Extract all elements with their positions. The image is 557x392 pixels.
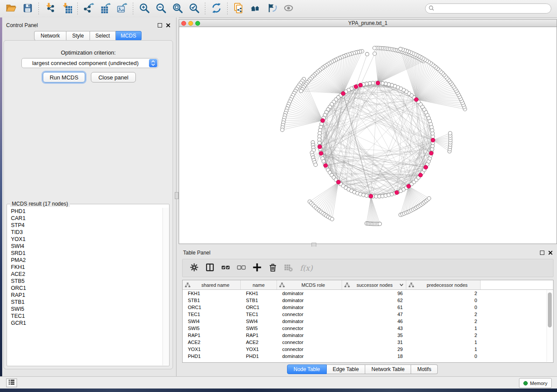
cell-shared-name[interactable]: SWI5 bbox=[183, 326, 241, 331]
network-leaf-node[interactable] bbox=[427, 196, 431, 200]
table-scrollbar[interactable] bbox=[547, 290, 553, 362]
tab-network-table[interactable]: Network Table bbox=[365, 364, 411, 374]
cell-shared-name[interactable]: YOX1 bbox=[183, 347, 241, 352]
cell-shared-name[interactable]: ACE2 bbox=[183, 340, 241, 345]
tab-node-table[interactable]: Node Table bbox=[287, 364, 327, 374]
mcds-list-scrollbar[interactable] bbox=[163, 208, 169, 365]
zoom-in-button[interactable] bbox=[137, 2, 152, 16]
mcds-result-item[interactable]: STB1 bbox=[7, 299, 163, 306]
cell-shared-name[interactable]: FKH1 bbox=[183, 291, 241, 296]
settings-button[interactable] bbox=[186, 261, 202, 275]
tab-select[interactable]: Select bbox=[90, 31, 116, 41]
network-leaf-node[interactable] bbox=[330, 217, 334, 221]
cell-predecessor-nodes[interactable]: 1 bbox=[406, 340, 481, 345]
float-table-panel-icon[interactable] bbox=[540, 251, 544, 255]
cell-name[interactable]: FKH1 bbox=[241, 291, 277, 296]
cell-predecessor-nodes[interactable]: 2 bbox=[406, 333, 481, 338]
cell-name[interactable]: ORC1 bbox=[241, 305, 277, 310]
mcds-result-item[interactable]: TID3 bbox=[7, 229, 163, 236]
cell-name[interactable]: PHD1 bbox=[241, 354, 277, 359]
network-leaf-node[interactable] bbox=[398, 47, 402, 51]
mcds-result-item[interactable]: SRD1 bbox=[7, 250, 163, 257]
mcds-result-item[interactable]: YOX1 bbox=[7, 236, 163, 243]
network-leaf-node[interactable] bbox=[373, 52, 376, 55]
network-leaf-node[interactable] bbox=[448, 131, 452, 135]
table-row-SWI5[interactable]: SWI5SWI5connector431 bbox=[183, 325, 553, 332]
column-header-mcds-role[interactable]: MCDS role bbox=[277, 280, 342, 289]
network-hub-node[interactable] bbox=[431, 138, 435, 142]
network-hub-node[interactable] bbox=[324, 164, 328, 168]
cell-mcds-role[interactable]: dominator bbox=[277, 305, 342, 310]
cell-mcds-role[interactable]: dominator bbox=[277, 298, 342, 303]
cell-mcds-role[interactable]: connector bbox=[277, 340, 342, 345]
cell-mcds-role[interactable]: connector bbox=[277, 347, 342, 352]
delete-row-button[interactable] bbox=[265, 261, 280, 275]
cell-predecessor-nodes[interactable]: 0 bbox=[406, 298, 481, 303]
mcds-result-item[interactable]: RAP1 bbox=[7, 292, 163, 299]
tab-style[interactable]: Style bbox=[66, 31, 90, 41]
network-hub-node[interactable] bbox=[336, 180, 340, 184]
cell-name[interactable]: TEC1 bbox=[241, 312, 277, 317]
cell-name[interactable]: ACE2 bbox=[241, 340, 277, 345]
network-window-titlebar[interactable]: YPA_prune.txt_1 bbox=[179, 19, 557, 27]
network-hub-node[interactable] bbox=[376, 81, 380, 85]
task-history-button[interactable] bbox=[6, 378, 17, 387]
cell-shared-name[interactable]: SWI4 bbox=[183, 319, 241, 324]
cell-mcds-role[interactable]: dominator bbox=[277, 319, 342, 324]
table-row-STB1[interactable]: STB1STB1dominator620 bbox=[183, 297, 553, 304]
run-mcds-button[interactable]: Run MCDS bbox=[43, 72, 85, 83]
mcds-result-item[interactable]: GCR1 bbox=[7, 320, 163, 327]
network-leaf-node[interactable] bbox=[373, 46, 376, 50]
cell-successor-nodes[interactable]: 46 bbox=[342, 319, 406, 324]
close-table-panel-icon[interactable] bbox=[548, 249, 553, 257]
network-leaf-node[interactable] bbox=[299, 89, 303, 93]
mcds-result-item[interactable]: STB5 bbox=[7, 278, 163, 285]
cell-successor-nodes[interactable]: 62 bbox=[342, 298, 406, 303]
cell-predecessor-nodes[interactable]: 2 bbox=[406, 312, 481, 317]
refresh-button[interactable] bbox=[209, 2, 224, 16]
network-hub-node[interactable] bbox=[424, 165, 428, 169]
tab-network[interactable]: Network bbox=[34, 31, 66, 41]
cell-successor-nodes[interactable]: 61 bbox=[342, 305, 406, 310]
mcds-result-item[interactable]: PHD1 bbox=[7, 208, 163, 215]
add-row-button[interactable] bbox=[249, 261, 265, 275]
vertical-splitter[interactable] bbox=[174, 17, 179, 376]
cell-predecessor-nodes[interactable]: 2 bbox=[406, 319, 481, 324]
open-file-button[interactable] bbox=[3, 2, 18, 16]
zoom-fit-button[interactable] bbox=[170, 2, 185, 16]
export-image-button[interactable] bbox=[114, 2, 129, 16]
float-panel-icon[interactable] bbox=[158, 23, 162, 28]
table-row-TEC1[interactable]: TEC1TEC1connector472 bbox=[183, 311, 553, 318]
cell-name[interactable]: STB1 bbox=[241, 298, 277, 303]
optimization-criterion-dropdown[interactable]: largest connected component (undirected) bbox=[21, 58, 158, 68]
zoom-selected-button[interactable] bbox=[187, 2, 201, 16]
search-input[interactable] bbox=[436, 5, 551, 12]
table-scrollbar-thumb[interactable] bbox=[548, 292, 552, 327]
network-hub-node[interactable] bbox=[407, 184, 411, 188]
export-network-button[interactable] bbox=[81, 2, 96, 16]
table-row-ORC1[interactable]: ORC1ORC1dominator610 bbox=[183, 304, 553, 311]
mcds-result-item[interactable]: TEC1 bbox=[7, 313, 163, 320]
cell-shared-name[interactable]: ORC1 bbox=[183, 305, 241, 310]
network-hub-node[interactable] bbox=[419, 173, 422, 177]
show-all-button[interactable] bbox=[281, 2, 296, 16]
cell-name[interactable]: SWI5 bbox=[241, 326, 277, 331]
export-table-button[interactable] bbox=[98, 2, 113, 16]
cell-successor-nodes[interactable]: 29 bbox=[342, 347, 406, 352]
cell-predecessor-nodes[interactable]: 0 bbox=[406, 354, 481, 359]
memory-button[interactable]: Memory bbox=[519, 378, 552, 388]
network-leaf-node[interactable] bbox=[365, 52, 369, 56]
network-leaf-node[interactable] bbox=[314, 163, 317, 166]
cell-shared-name[interactable]: PHD1 bbox=[183, 354, 241, 359]
network-canvas[interactable] bbox=[179, 27, 557, 244]
table-row-RAP1[interactable]: RAP1RAP1dominator352 bbox=[183, 332, 553, 339]
network-hub-node[interactable] bbox=[354, 85, 358, 89]
import-network-button[interactable] bbox=[42, 2, 57, 16]
tab-mcds[interactable]: MCDS bbox=[116, 31, 142, 41]
network-hub-node[interactable] bbox=[318, 145, 322, 149]
network-hub-node[interactable] bbox=[319, 151, 323, 155]
cell-predecessor-nodes[interactable]: 2 bbox=[406, 291, 481, 296]
cell-successor-nodes[interactable]: 43 bbox=[342, 326, 406, 331]
close-panel-icon[interactable] bbox=[166, 21, 170, 29]
network-hub-node[interactable] bbox=[429, 151, 433, 155]
